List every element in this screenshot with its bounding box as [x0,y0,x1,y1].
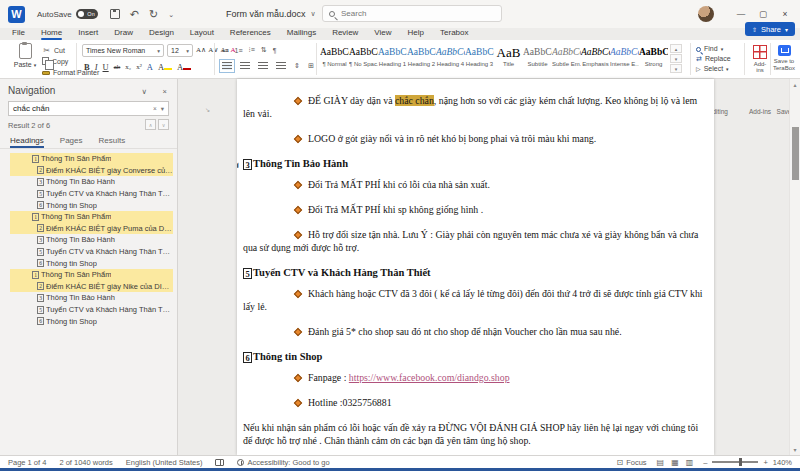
select-button[interactable]: ▷Select▾ [696,64,731,74]
zoom-out-icon[interactable]: – [703,458,707,467]
nav-heading-item[interactable]: 1Thông Tin Sản Phẩm [10,211,173,223]
bold-button[interactable]: B [84,62,90,72]
font-color-button[interactable]: A [177,62,191,72]
nav-tab-headings[interactable]: Headings [10,136,44,148]
share-button[interactable]: ⇧ Share ▾ [745,22,795,36]
style-heading-1[interactable]: AaBbCiHeading 1 [378,43,407,75]
autosave-control[interactable]: AutoSave On [37,9,98,19]
maximize-button[interactable]: ▢ [752,4,774,24]
menu-tab-design[interactable]: Design [141,26,182,40]
copy-button[interactable]: Copy [42,57,68,65]
align-center-button[interactable] [240,62,250,70]
nav-heading-item[interactable]: 1Thông Tin Sản Phẩm [10,153,173,165]
numbering-button[interactable]: 1≡ [235,47,243,54]
font-family-select[interactable]: Times New Roman▾ [82,44,164,57]
style-intense-e[interactable]: AaBbCc.Intense E... [610,43,639,75]
align-left-button[interactable] [222,62,232,70]
menu-tab-view[interactable]: View [366,26,399,40]
nav-heading-item[interactable]: 6Thông tin Shop [10,315,173,327]
borders-button[interactable]: ⊞ [308,62,314,70]
nav-heading-item[interactable]: 3Thông Tin Bảo Hành [10,292,173,304]
style-emphasis[interactable]: AaBbCc.Emphasis [581,43,610,75]
menu-tab-references[interactable]: References [222,26,279,40]
style-heading-4[interactable]: AaBbCclHeading 4 [436,43,465,75]
nav-search-input[interactable]: chắc chắn × ▾ [8,101,169,116]
find-button[interactable]: Find▾ [696,44,731,54]
vertical-scrollbar[interactable]: ▴ ▾ [789,79,800,455]
menu-tab-layout[interactable]: Layout [182,26,222,40]
scroll-up-icon[interactable]: ▴ [790,81,800,88]
italic-button[interactable]: I [95,62,98,72]
style-heading-2[interactable]: AaBbCcCHeading 2 [407,43,436,75]
nav-heading-item[interactable]: 3Thông Tin Bảo Hành [10,176,173,188]
replace-button[interactable]: ⇄Replace [696,54,731,64]
scroll-down-icon[interactable]: ▾ [790,446,800,453]
subscript-button[interactable]: x₂ [125,63,131,71]
style-no-spac[interactable]: AaBbCcl¶ No Spac... [349,43,378,75]
menu-tab-draw[interactable]: Draw [106,26,141,40]
autosave-toggle[interactable]: On [76,9,98,19]
nav-tab-results[interactable]: Results [99,136,126,148]
style-title[interactable]: AaBTitle [494,43,523,75]
grow-font-button[interactable]: A∧ [196,46,206,54]
nav-heading-item[interactable]: 6Thông tin Shop [10,199,173,211]
style-subtle-em[interactable]: AaBbCcC.Subtle Em... [552,43,581,75]
styles-scroll-down-icon[interactable]: ▾ [670,54,682,63]
add-ins-button[interactable]: Add-ins [750,45,770,73]
menu-tab-insert[interactable]: Insert [70,26,106,40]
superscript-button[interactable]: x² [136,63,142,71]
strikethrough-button[interactable]: ab [114,63,121,71]
previous-result-button[interactable]: ∧ [145,119,156,130]
minimize-button[interactable]: — [730,4,752,24]
nav-pane-options-icon[interactable]: ∨ [142,87,148,96]
read-mode-icon[interactable]: ▤ [657,458,665,467]
nav-search-dropdown-icon[interactable]: ▾ [161,105,164,113]
multilevel-list-button[interactable]: ⁝≡ [249,46,255,54]
nav-heading-item[interactable]: 1Thông Tin Sản Phẩm [10,269,173,281]
show-marks-button[interactable]: ¶ [273,47,277,54]
bullets-button[interactable]: •≡ [222,47,229,54]
word-count[interactable]: 2 of 1040 words [59,458,112,467]
font-launcher-icon[interactable]: ↘ [205,106,210,113]
nav-heading-item[interactable]: 5Tuyển CTV và Khách Hàng Thân Thiết [10,188,173,200]
menu-tab-terabox[interactable]: Terabox [432,26,476,40]
save-to-terabox-button[interactable]: Save to TeraBox [772,45,796,71]
font-size-select[interactable]: 12▾ [167,44,193,57]
next-result-button[interactable]: ∨ [158,119,169,130]
style-subtitle[interactable]: AaBbCcCSubtitle [523,43,552,75]
fanpage-link[interactable]: https://www.facebook.com/diandgo.shop [349,372,510,383]
cut-button[interactable]: ✂Cut [42,46,65,55]
styles-scroll-up-icon[interactable]: ▴ [670,44,682,53]
zoom-in-icon[interactable]: + [763,458,767,467]
language-indicator[interactable]: English (United States) [126,458,203,467]
underline-button[interactable]: U [103,62,109,72]
style-heading-3[interactable]: AaBbCcCHeading 3 [465,43,494,75]
save-icon[interactable] [110,9,120,19]
nav-search-clear-icon[interactable]: × [153,105,157,112]
accessibility-status[interactable]: Accessibility: Good to go [237,458,329,467]
proofing-icon[interactable] [215,459,224,466]
close-button[interactable]: × [774,4,796,24]
document-title[interactable]: Form văn mẫu.docx ∨ [226,9,316,19]
menu-tab-review[interactable]: Review [324,26,366,40]
print-layout-icon[interactable]: ▦ [671,458,679,467]
sort-button[interactable]: ⇅ [261,46,267,54]
style-normal[interactable]: AaBbCcl¶ Normal [320,43,349,75]
zoom-slider[interactable] [712,461,758,463]
menu-tab-help[interactable]: Help [400,26,432,40]
nav-tab-pages[interactable]: Pages [60,136,83,148]
text-effects-button[interactable]: A [147,62,153,72]
nav-pane-close-icon[interactable]: × [163,87,167,96]
document-page[interactable]: ĐẾ GIÀY dày dặn và chắc chắn, nặng hơn s… [237,79,714,455]
zoom-level[interactable]: 140% [773,458,792,467]
qat-more-icon[interactable]: ⌄ [168,9,174,20]
align-right-button[interactable] [258,62,268,70]
zoom-slider-thumb[interactable] [739,458,742,466]
nav-heading-item[interactable]: 3Thông Tin Bảo Hành [10,234,173,246]
menu-tab-home[interactable]: Home [33,26,70,40]
word-logo-icon[interactable]: W [8,6,25,23]
redo-icon[interactable]: ↻ [149,9,158,20]
menu-tab-mailings[interactable]: Mailings [279,26,324,40]
focus-mode-button[interactable]: ⊡ Focus [616,458,646,467]
styles-more-icon[interactable]: ▾ [670,64,682,73]
